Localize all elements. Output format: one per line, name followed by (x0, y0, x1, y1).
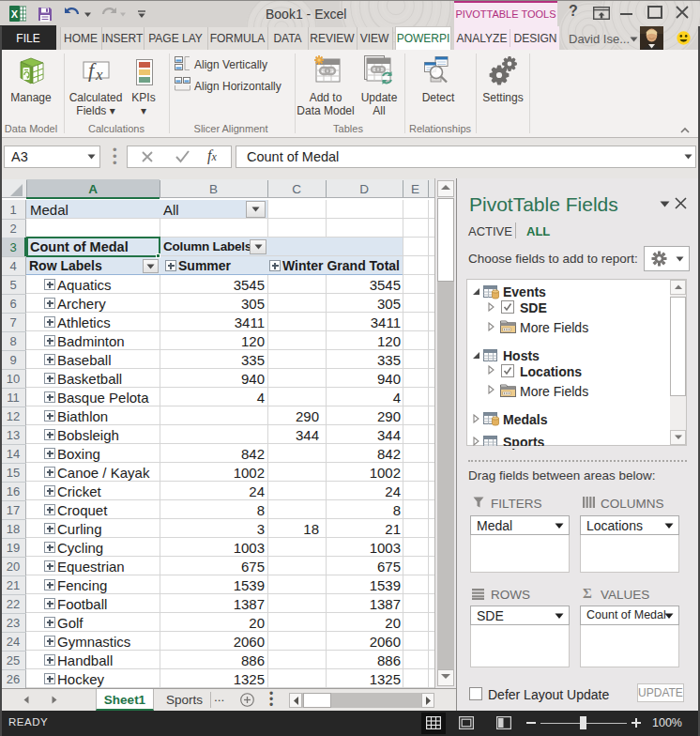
svg-text:X: X (11, 8, 19, 20)
svg-text:x: x (95, 66, 103, 84)
